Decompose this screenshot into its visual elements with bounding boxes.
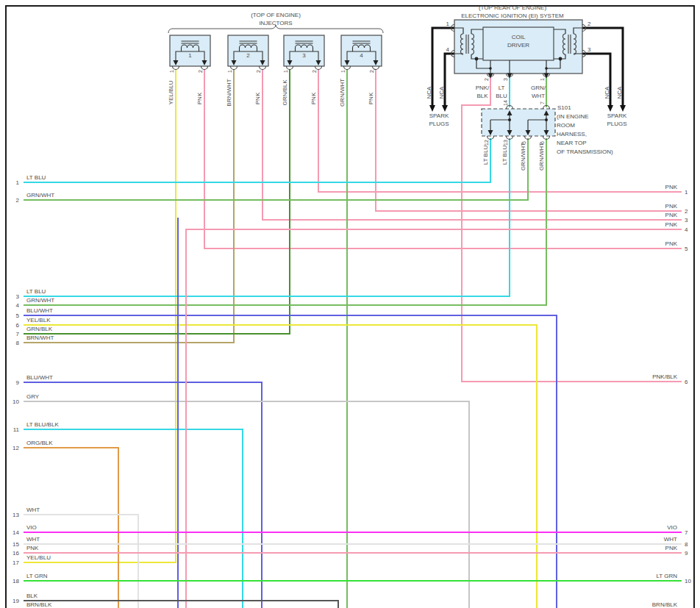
injector-number: 1 [183, 52, 198, 59]
right-wire-number: 8 [685, 541, 688, 548]
right-wire-label: PNK [530, 212, 677, 218]
left-wire-number: 3 [4, 293, 19, 300]
left-wire-number: 2 [4, 197, 19, 204]
injector-pin-wire-label: GRN/WHT [339, 78, 346, 106]
ei-pin-number: 4 [435, 46, 449, 53]
injector-pin-wire-label: BRN/WHT [226, 79, 232, 106]
injector-number: 4 [354, 52, 369, 59]
right-wire-number: 2 [685, 208, 688, 215]
injector-pin-number: 1 [283, 70, 288, 73]
injector-pin-wire-label: PNK [368, 93, 374, 104]
wire-inj2-pin1-brn-wht [24, 69, 234, 343]
injector-pin-number: 2 [256, 70, 261, 73]
right-wire-label: PNK/BLK [530, 373, 677, 380]
diagram-graphics [0, 0, 700, 608]
left-wire-number: 4 [4, 302, 19, 309]
injector-number: 3 [297, 52, 312, 59]
injector-pin-number: 1 [169, 70, 174, 73]
ei-bottom-pin-label: GRN/ [527, 85, 549, 91]
s101-splice-box [482, 106, 555, 140]
spark-plugs-label: SPARK [416, 112, 462, 119]
ei-bottom-pin-label: LT [490, 85, 512, 91]
left-wire-label: LT GRN [26, 573, 48, 579]
injector-pin-number: 2 [369, 70, 374, 73]
wire-row9-blu-wht [24, 382, 262, 608]
left-wire-number: 18 [4, 578, 19, 584]
injector-symbols [170, 35, 382, 70]
s101-bottom-pin-number: 13 [503, 140, 508, 146]
wire-inj3-pin1-grn-blk [24, 69, 290, 334]
wire-s101-pin6-grn-wht [24, 138, 546, 305]
wire-spark-pin4 [445, 54, 454, 106]
spark-plugs-label: PLUGS [416, 121, 462, 127]
wire-row19-blk [24, 601, 338, 608]
right-wire-label: WHT [530, 536, 677, 543]
right-wire-number: 7 [685, 529, 688, 536]
left-wire-number: 8 [4, 340, 19, 346]
left-wire-number: 11 [4, 426, 19, 433]
left-wire-label: ORG/BLK [26, 440, 53, 446]
s101-note-line: OF TRANSMISSION) [557, 149, 613, 155]
s101-note-line: (IN ENGINE [557, 113, 589, 120]
right-wire-number: 9 [685, 550, 688, 557]
injector-pin-wire-label: GRN/BLK [282, 79, 288, 105]
left-wire-number: 7 [4, 331, 19, 337]
ei-pin-number: 2 [588, 21, 590, 27]
injector-pin-wire-label: PNK [310, 93, 317, 104]
wire-row6-yel-blk [24, 325, 537, 608]
ei-bottom-pin-number: 1 [540, 78, 545, 81]
injector-pin-wire-label: YEL/BLU [168, 80, 174, 104]
ei-bottom-pin-label: WHT [527, 93, 549, 99]
nca-label: NCA [604, 87, 610, 99]
injector-pin-number: 2 [198, 70, 203, 73]
s101-bottom-pin-number: 12 [484, 140, 489, 146]
left-wire-number: 16 [4, 550, 19, 557]
left-wire-label: WHT [26, 507, 40, 513]
left-wire-label: LT BLU/BLK [26, 421, 59, 428]
nca-label: NCA [616, 87, 623, 99]
injector-number: 2 [241, 52, 256, 59]
left-wire-number: 14 [4, 529, 19, 536]
right-wire-label: LT GRN [530, 573, 677, 579]
right-wire-label: PNK [530, 184, 677, 190]
left-wire-number: 12 [4, 445, 19, 451]
left-wire-label: GRY [26, 393, 39, 400]
right-wire-label: BRN/BLK [530, 601, 677, 608]
nca-label: NCA [438, 87, 445, 99]
right-wire-label: PNK [530, 545, 677, 551]
injector-pin-number: 1 [227, 70, 232, 73]
wire-row13-wht [24, 515, 138, 608]
right-wire-number: 3 [685, 217, 688, 223]
left-wire-label: VIO [26, 524, 37, 531]
coil-driver-label-line2: DRIVER [483, 42, 554, 49]
right-wire-number: 1 [685, 189, 688, 196]
right-wire-label: PNK [530, 203, 677, 210]
injector-pin-number: 1 [340, 70, 346, 73]
left-wire-number: 1 [4, 179, 19, 186]
spark-plugs-label: SPARK [594, 112, 640, 119]
wire-row5-blu-wht [24, 315, 557, 608]
left-wire-label: PNK [26, 545, 38, 551]
ei-bottom-pin-label: BLU [490, 93, 512, 99]
right-wire-number: 4 [685, 226, 688, 233]
left-wire-label: LT BLU [26, 174, 46, 181]
wire-s101-pin13-lt-blu [24, 138, 510, 296]
s101-name-label: S101 [557, 104, 571, 111]
ei-pin-number: 3 [588, 46, 590, 53]
ei-pin-number: 1 [435, 21, 449, 27]
left-wire-label: BLK [26, 593, 38, 599]
left-wire-label: BLU/WHT [26, 307, 53, 314]
left-wire-label: BLU/WHT [26, 374, 53, 381]
left-wire-label: BRN/WHT [26, 335, 54, 341]
left-wire-number: 5 [4, 312, 19, 319]
right-wire-number: 6 [685, 379, 688, 385]
left-wire-label: YEL/BLU [26, 554, 51, 561]
left-wire-label: LT BLU [26, 288, 46, 295]
ei-bottom-pin-number: 2 [484, 78, 489, 81]
injector-pin-wire-label: PNK [254, 93, 261, 104]
left-wire-number: 13 [4, 512, 19, 518]
left-wire-number: 9 [4, 379, 19, 386]
wire-s101-pin5-grn-wht [24, 138, 528, 200]
left-wire-label: GRN/WHT [26, 297, 54, 304]
right-wire-number: 10 [685, 578, 691, 584]
